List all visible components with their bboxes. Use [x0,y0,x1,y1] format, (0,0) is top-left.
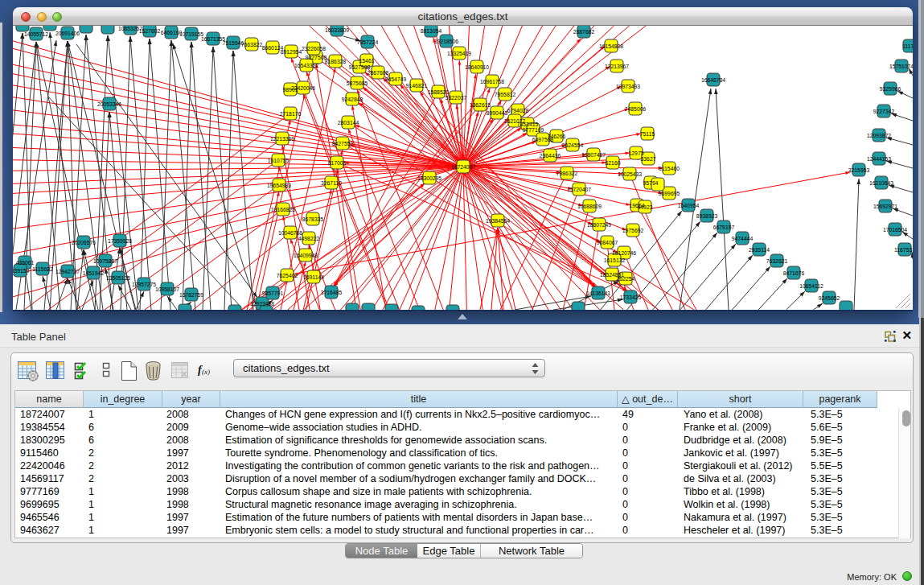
svg-text:19166825: 19166825 [271,207,295,212]
svg-text:8471676: 8471676 [783,270,805,276]
svg-text:9242848: 9242848 [342,97,363,102]
svg-text:10958107: 10958107 [155,286,179,292]
svg-text:7632621: 7632621 [766,258,788,264]
svg-text:75115: 75115 [640,131,655,137]
svg-text:12975: 12975 [629,150,644,156]
svg-text:12444153: 12444153 [867,156,891,162]
svg-text:16961758: 16961758 [480,79,504,84]
svg-text:6794028: 6794028 [507,108,529,113]
svg-text:10688609: 10688609 [577,204,602,209]
svg-text:98901: 98901 [283,87,298,93]
svg-text:17359928: 17359928 [108,238,132,244]
svg-text:18807249: 18807249 [587,222,611,228]
svg-text:9699695: 9699695 [659,191,680,196]
svg-text:1975692: 1975692 [622,228,644,233]
svg-text:1362615: 1362615 [470,102,491,108]
svg-text:8186328: 8186328 [325,59,347,64]
svg-text:7955812: 7955812 [495,92,516,97]
svg-text:62160: 62160 [606,160,621,166]
svg-text:16543362: 16543362 [294,63,318,68]
svg-text:3624554: 3624554 [562,142,584,148]
svg-text:4498222: 4498222 [298,236,320,241]
svg-text:9777169: 9777169 [523,127,544,133]
svg-text:18724007: 18724007 [451,164,475,170]
svg-text:9857791: 9857791 [262,290,284,296]
svg-text:1588520: 1588520 [428,89,450,95]
svg-text:14136141: 14136141 [586,290,610,296]
svg-text:13325419: 13325419 [447,51,471,56]
svg-text:8454749: 8454749 [385,76,407,82]
svg-text:19654983: 19654983 [267,183,291,188]
svg-text:12213967: 12213967 [605,64,629,69]
svg-text:12093872: 12093872 [867,133,891,138]
svg-text:16409948: 16409948 [294,253,318,258]
svg-text:15461: 15461 [359,58,375,64]
svg-text:1115682: 1115682 [32,266,53,272]
svg-text:15720407: 15720407 [567,187,591,192]
svg-text:7485006: 7485006 [625,106,647,112]
svg-text:5875685: 5875685 [347,80,368,86]
svg-text:16154808: 16154808 [599,43,623,49]
svg-text:7453415: 7453415 [517,122,539,127]
svg-text:7663822: 7663822 [241,42,263,47]
svg-text:16033809: 16033809 [325,27,349,33]
svg-text:2718176: 2718176 [280,111,302,117]
svg-text:10654112: 10654112 [799,283,823,289]
svg-text:11172: 11172 [902,43,913,49]
svg-text:1167533: 1167533 [894,247,913,253]
svg-text:3716485: 3716485 [321,290,343,295]
svg-text:817006: 817006 [328,160,347,166]
svg-text:12213369: 12213369 [270,136,294,142]
svg-text:1451942: 1451942 [83,270,105,276]
svg-text:13505135: 13505135 [106,275,130,281]
svg-text:3215953: 3215953 [848,167,870,173]
svg-text:16120746: 16120746 [612,250,636,256]
svg-text:9327508: 9327508 [306,55,327,60]
svg-text:20053346: 20053346 [97,101,121,107]
svg-text:23226058: 23226058 [302,46,326,51]
svg-text:5322037: 5322037 [446,95,467,101]
svg-text:7986322: 7986322 [556,171,578,176]
svg-text:9227342: 9227342 [873,109,895,114]
svg-text:252254: 252254 [617,276,635,282]
svg-text:746266: 746266 [548,134,566,139]
svg-text:7357224: 7357224 [357,39,379,45]
svg-text:14055712: 14055712 [24,31,48,37]
svg-text:19384554: 19384554 [486,218,510,224]
svg-text:15751074: 15751074 [889,64,913,69]
svg-text:12923468: 12923468 [250,301,274,307]
svg-text:1640954: 1640954 [678,203,700,208]
svg-text:9084067: 9084067 [597,240,618,245]
svg-text:20691406: 20691406 [55,31,80,36]
svg-text:9115460: 9115460 [659,166,680,171]
svg-text:10975887: 10975887 [93,258,117,264]
svg-text:2867608: 2867608 [368,70,389,76]
svg-text:10025433: 10025433 [618,171,642,177]
svg-text:16782759: 16782759 [179,292,203,298]
svg-text:2887682: 2887682 [573,29,595,35]
svg-text:18640910: 18640910 [465,64,489,70]
svg-text:15692971: 15692971 [873,204,897,209]
svg-text:12942737: 12942737 [55,269,80,274]
svg-text:8660124: 8660124 [262,45,284,51]
svg-text:16671355: 16671355 [201,36,225,42]
svg-text:2803144: 2803144 [338,120,359,126]
svg-text:10719155: 10719155 [179,31,203,37]
svg-text:44923: 44923 [638,204,653,210]
svg-text:19218506: 19218506 [434,39,458,44]
svg-text:9329966: 9329966 [880,86,901,92]
svg-text:17016504: 17016504 [883,227,907,233]
svg-text:8427552: 8427552 [332,141,354,146]
svg-text:3267110: 3267110 [321,180,342,186]
svg-text:8813054: 8813054 [421,28,442,34]
svg-text:8990443: 8990443 [487,110,508,116]
svg-text:435061: 435061 [16,260,35,266]
svg-text:939159: 939159 [13,268,30,274]
svg-text:6679197: 6679197 [713,225,735,230]
svg-text:10973493: 10973493 [616,84,640,89]
svg-text:8938923: 8938923 [696,213,718,219]
svg-text:20206576: 20206576 [72,240,96,245]
svg-text:2935114: 2935114 [749,247,770,253]
svg-text:8912954: 8912954 [281,49,302,55]
svg-text:9474444: 9474444 [732,236,754,241]
